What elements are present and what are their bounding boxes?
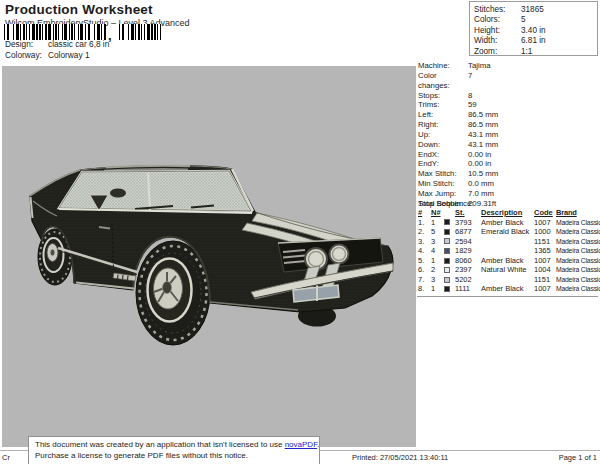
thread-color-swatch	[444, 248, 450, 254]
thread-color-swatch	[444, 258, 450, 264]
printed-timestamp: Printed: 27/05/2021 13:40:11	[352, 453, 448, 462]
colorway-row: Colorway: Colorway 1	[5, 50, 90, 61]
table-bottom-divider	[417, 296, 598, 297]
thread-color-swatch	[444, 286, 450, 292]
novapdf-link[interactable]: novaPDF	[285, 440, 317, 449]
notice-line1: This document was created by an applicat…	[35, 440, 314, 451]
thread-color-swatch	[444, 238, 450, 244]
barcode-bars-icon	[4, 24, 106, 40]
stop-sequence-header-row: #N# St.Description CodeBrand	[418, 208, 599, 218]
stop-row: 2.56877Emerald Black1000Madeira Classic …	[418, 227, 599, 237]
machine-row: EndX:0.00 in	[418, 150, 598, 160]
stat-row: Zoom:1:1	[474, 47, 597, 57]
barcode-bars-icon	[119, 24, 161, 40]
design-row: Design: classic car 6,8 in	[5, 39, 109, 50]
design-barcode: ,	[4, 24, 161, 40]
stat-row: Colors:5	[474, 15, 597, 25]
stop-sequence-table: #N# St.Description CodeBrand 1.13793Ambe…	[418, 208, 599, 294]
novapdf-license-notice: This document was created by an applicat…	[28, 436, 320, 464]
stop-sequence-title: Stop Sequence:	[418, 199, 474, 208]
page-title: Production Worksheet	[5, 2, 153, 17]
notice-line2: Purchase a license to generate PDF files…	[35, 451, 314, 462]
machine-row: EndY:0.00 in	[418, 159, 598, 169]
machine-row: Up:43.1 mm	[418, 130, 598, 140]
machine-row: Stops:8	[418, 91, 598, 101]
stop-row: 6.22397Natural White1004Madeira Classic …	[418, 265, 599, 275]
machine-row: Min Stitch:0.0 mm	[418, 179, 598, 189]
machine-row: Machine:Tajima	[418, 61, 598, 71]
design-preview-canvas	[2, 66, 416, 447]
stop-row: 7.352021151Madeira Classic 40	[418, 275, 599, 285]
stat-row: Height:3.40 in	[474, 26, 597, 36]
stop-row: 8.11111Amber Black1007Madeira Classic 40	[418, 284, 599, 294]
classic-car-embroidery-image	[2, 66, 416, 447]
thread-color-swatch	[444, 267, 450, 273]
design-label: Design:	[5, 39, 48, 50]
stop-row: 1.13793Amber Black1007Madeira Classic 40	[418, 218, 599, 228]
design-value: classic car 6,8 in	[48, 39, 109, 50]
footer-left-text: Cr	[2, 453, 10, 462]
machine-row: Max Stitch:10.5 mm	[418, 169, 598, 179]
windows-glass	[59, 169, 253, 213]
stop-row: 5.18060Amber Black1007Madeira Classic 40	[418, 256, 599, 266]
stat-row: Stitches:31865	[474, 5, 597, 15]
thread-color-swatch	[444, 219, 450, 225]
machine-row: Right:86.5 mm	[418, 120, 598, 130]
thread-color-swatch	[444, 229, 450, 235]
machine-row: Max Jump:7.0 mm	[418, 189, 598, 199]
production-worksheet-page: Production Worksheet Wilcom EmbroiderySt…	[0, 0, 600, 464]
stop-row: 4.418291365Madeira Classic 40	[418, 246, 599, 256]
summary-stats-box: Stitches:31865 Colors:5 Height:3.40 in W…	[469, 1, 598, 56]
colorway-value: Colorway 1	[48, 50, 90, 61]
colorway-label: Colorway:	[5, 50, 48, 61]
machine-row: Trims:59	[418, 100, 598, 110]
stop-row: 3.325941151Madeira Classic 40	[418, 237, 599, 247]
machine-row: Color changes:7	[418, 71, 598, 91]
machine-row: Down:43.1 mm	[418, 140, 598, 150]
page-number: Page 1 of 1	[559, 453, 597, 462]
stat-row: Width:6.81 in	[474, 36, 597, 46]
thread-color-swatch	[444, 277, 450, 283]
machine-details-panel: Machine:Tajima Color changes:7 Stops:8 T…	[418, 61, 598, 209]
machine-row: Left:86.5 mm	[418, 110, 598, 120]
